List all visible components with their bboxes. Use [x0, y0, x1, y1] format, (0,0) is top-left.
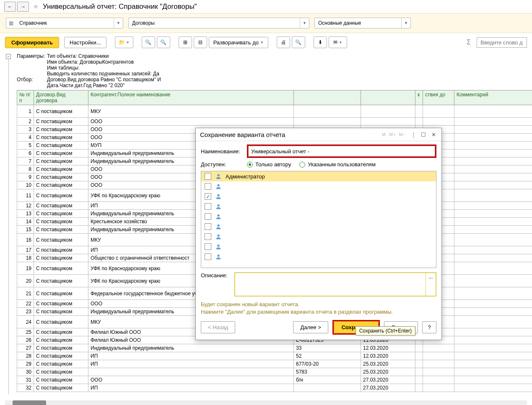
user-list-item[interactable] [201, 232, 436, 242]
arrow-right-icon: → [21, 4, 26, 10]
preview-button[interactable]: 🔍 [292, 36, 305, 48]
user-list-item[interactable] [201, 201, 436, 212]
user-list[interactable]: Администратор✓ [201, 171, 436, 268]
description-label: Описание: [201, 272, 234, 279]
user-icon [215, 234, 221, 240]
table-row[interactable]: 2С поставщикомООО [17, 118, 532, 126]
data-mode-combo[interactable]: Основные данные ▼ [314, 18, 411, 28]
nav-forward-button[interactable]: → [17, 2, 29, 12]
mail-icon: ✉ [333, 39, 337, 45]
user-list-item[interactable] [201, 181, 436, 191]
col-hidden1 [294, 90, 361, 105]
svg-point-0 [217, 174, 219, 176]
user-checkbox[interactable] [205, 213, 211, 220]
favorite-star-icon[interactable]: ★ [33, 3, 39, 10]
help-button[interactable]: ? [422, 321, 436, 333]
svg-point-5 [217, 224, 219, 227]
save-variant-button[interactable]: 📁▼ [115, 36, 133, 48]
tree-collapse-toggle[interactable]: − [6, 54, 11, 59]
user-icon [215, 204, 221, 209]
user-checkbox[interactable]: ✓ [205, 193, 211, 200]
table-row[interactable]: 32С поставщикомИП27.03.2020 [17, 384, 532, 392]
find-button[interactable]: 🔍 [142, 36, 155, 48]
report-parameters: Параметры:Тип объекта: СправочникиИмя об… [17, 52, 527, 90]
object-type-value: Справочник [16, 20, 114, 26]
user-checkbox[interactable] [205, 203, 211, 210]
svg-point-1 [217, 184, 219, 186]
object-name-value: Договоры [129, 20, 300, 26]
object-name-combo[interactable]: Договоры ▼ [128, 18, 309, 28]
col-counterparty: Контрагент.Полное наименование [88, 90, 294, 105]
sum-icon[interactable]: Σ [462, 39, 475, 46]
save-file-button[interactable]: ⬇ [314, 36, 327, 48]
next-button[interactable]: Далее > [293, 321, 328, 333]
table-row[interactable]: 30С поставщиком578325.03.2020 [17, 368, 532, 376]
data-mode-value: Основные данные [315, 20, 401, 26]
user-list-item[interactable] [201, 222, 436, 232]
user-icon [215, 214, 221, 219]
svg-point-4 [217, 214, 219, 217]
more-icon[interactable]: ⋮ [410, 131, 417, 138]
user-list-item[interactable] [201, 252, 436, 262]
user-list-item[interactable] [201, 242, 436, 252]
memory-mminus[interactable]: M− [399, 132, 405, 137]
chevron-down-icon[interactable]: ▼ [300, 18, 309, 28]
print-button[interactable]: 🖨 [277, 36, 290, 48]
expand-to-button[interactable]: Разворачивать до▼ [209, 37, 268, 48]
radio-author-only[interactable]: Только автору [247, 161, 291, 168]
variant-name-input[interactable] [248, 146, 435, 157]
user-list-item[interactable]: Администратор [201, 171, 436, 181]
nav-back-button[interactable]: ← [4, 2, 16, 12]
search-input[interactable] [477, 37, 527, 48]
col-hidden2 [361, 90, 415, 105]
expand-icon: ⊞ [183, 39, 187, 45]
radio-specified-users[interactable]: Указанным пользователям [299, 161, 375, 168]
save-tooltip: Сохранить (Ctrl+Enter) [356, 326, 415, 335]
maximize-icon[interactable]: ☐ [420, 131, 427, 138]
chevron-down-icon[interactable]: ▼ [114, 18, 123, 28]
user-icon [215, 254, 221, 260]
description-ellipsis-button[interactable]: ... [426, 273, 436, 296]
name-label: Наименование: [201, 148, 247, 155]
user-checkbox[interactable] [205, 243, 211, 250]
find-next-button[interactable]: 🔍 [157, 36, 170, 48]
user-list-item[interactable]: ✓ [201, 191, 436, 201]
svg-point-8 [217, 255, 219, 257]
svg-point-3 [217, 204, 219, 206]
user-checkbox[interactable] [205, 253, 211, 260]
chevron-down-icon[interactable]: ▼ [401, 18, 410, 28]
object-type-combo[interactable]: ▦ Справочник ▼ [6, 18, 123, 28]
search-icon: 🔍 [145, 39, 151, 45]
user-checkbox[interactable] [205, 173, 211, 180]
user-checkbox[interactable] [205, 233, 211, 240]
user-checkbox[interactable] [205, 223, 211, 230]
access-label: Доступен: [201, 161, 247, 168]
table-row[interactable]: 27С поставщикомИндивидуальный предприним… [17, 344, 532, 352]
filter-bar: ▦ Справочник ▼ Договоры ▼ Основные данны… [0, 13, 532, 33]
toolbar: Сформировать Настройки... 📁▼ 🔍 🔍 ⊞ ⊟ Раз… [0, 33, 532, 52]
collapse-groups-button[interactable]: ⊟ [194, 36, 207, 48]
user-icon [215, 244, 221, 250]
collapse-icon: ⊟ [198, 39, 202, 45]
table-row[interactable]: 29С поставщикомИП677/03-2025.03.2020 [17, 360, 532, 368]
memory-mplus[interactable]: M+ [389, 132, 396, 137]
table-row[interactable]: 28С поставщикомИП5212.03.2020 [17, 352, 532, 360]
expand-groups-button[interactable]: ⊞ [179, 36, 192, 48]
memory-m[interactable]: M [382, 132, 386, 137]
horizontal-scrollbar[interactable] [5, 400, 527, 405]
settings-button[interactable]: Настройки... [64, 37, 106, 48]
table-row[interactable]: 1С поставщикомМКУ [17, 105, 532, 118]
back-button[interactable]: < Назад [201, 321, 235, 333]
table-row[interactable]: 31С поставщикомОООб/н27.03.2020 [17, 376, 532, 384]
col-number: № п/п [17, 90, 34, 105]
description-textarea[interactable] [235, 273, 426, 296]
generate-button[interactable]: Сформировать [5, 37, 59, 48]
user-icon [215, 183, 221, 189]
arrow-left-icon: ← [8, 4, 13, 10]
user-icon [215, 173, 221, 179]
send-button[interactable]: ✉▼ [329, 36, 347, 48]
user-checkbox[interactable] [205, 183, 211, 190]
close-icon[interactable]: ✕ [430, 131, 437, 138]
user-icon [215, 193, 221, 199]
user-list-item[interactable] [201, 212, 436, 222]
